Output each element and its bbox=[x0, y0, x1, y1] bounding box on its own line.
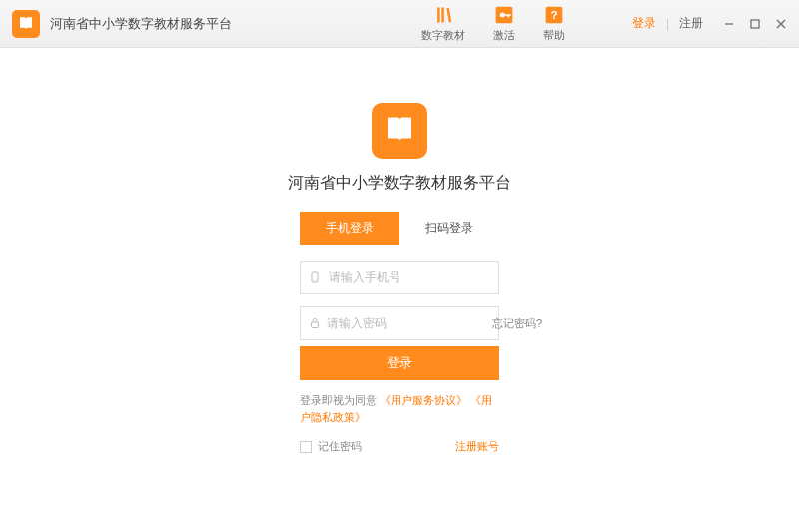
lock-icon bbox=[309, 317, 321, 329]
register-account-link[interactable]: 注册账号 bbox=[455, 439, 499, 454]
window-controls bbox=[723, 18, 787, 30]
login-tabs: 手机登录 扫码登录 bbox=[300, 212, 499, 245]
phone-input[interactable] bbox=[329, 270, 490, 284]
agreement-prefix: 登录即视为同意 bbox=[300, 394, 377, 406]
password-input-row: 忘记密码? bbox=[300, 306, 499, 340]
nav-help[interactable]: ? 帮助 bbox=[543, 4, 565, 43]
book-icon bbox=[17, 15, 35, 33]
divider: | bbox=[666, 17, 669, 31]
minimize-button[interactable] bbox=[723, 18, 735, 30]
main-title: 河南省中小学数字教材服务平台 bbox=[288, 173, 511, 194]
svg-point-6 bbox=[315, 280, 316, 281]
help-icon: ? bbox=[543, 4, 565, 26]
main-content: 河南省中小学数字教材服务平台 手机登录 扫码登录 忘记密码? 登录 登录即视为同… bbox=[0, 48, 799, 454]
remember-checkbox[interactable] bbox=[300, 441, 312, 453]
nav-textbook[interactable]: 数字教材 bbox=[421, 4, 465, 43]
bottom-row: 记住密码 注册账号 bbox=[300, 439, 499, 454]
titlebar-right: 登录 | 注册 bbox=[632, 15, 787, 32]
svg-text:?: ? bbox=[550, 8, 557, 21]
remember-password[interactable]: 记住密码 bbox=[300, 439, 362, 454]
tab-phone-login[interactable]: 手机登录 bbox=[300, 212, 400, 245]
login-button[interactable]: 登录 bbox=[300, 346, 499, 380]
nav-help-label: 帮助 bbox=[543, 28, 565, 43]
password-input[interactable] bbox=[327, 316, 476, 330]
phone-input-row bbox=[300, 261, 499, 294]
forgot-password-link[interactable]: 忘记密码? bbox=[492, 316, 542, 331]
book-icon bbox=[382, 113, 417, 149]
nav-activate[interactable]: 激活 bbox=[493, 4, 515, 43]
maximize-icon bbox=[750, 19, 760, 29]
svg-rect-4 bbox=[751, 20, 759, 28]
svg-point-1 bbox=[500, 13, 505, 18]
titlebar: 河南省中小学数字教材服务平台 数字教材 激活 ? 帮助 登录 | 注册 bbox=[0, 0, 799, 48]
minimize-icon bbox=[724, 19, 734, 29]
terms-link[interactable]: 《用户服务协议》 bbox=[380, 394, 467, 406]
register-link[interactable]: 注册 bbox=[679, 15, 703, 32]
app-title: 河南省中小学数字教材服务平台 bbox=[50, 15, 232, 33]
books-icon bbox=[432, 4, 454, 26]
svg-rect-7 bbox=[312, 322, 319, 328]
nav-activate-label: 激活 bbox=[493, 28, 515, 43]
tab-qr-login[interactable]: 扫码登录 bbox=[400, 212, 499, 245]
close-button[interactable] bbox=[775, 18, 787, 30]
phone-icon bbox=[309, 271, 323, 283]
nav-textbook-label: 数字教材 bbox=[421, 28, 465, 43]
key-icon bbox=[493, 4, 515, 26]
nav: 数字教材 激活 ? 帮助 bbox=[421, 4, 565, 43]
remember-label: 记住密码 bbox=[318, 439, 362, 454]
maximize-button[interactable] bbox=[749, 18, 761, 30]
main-logo bbox=[372, 103, 427, 159]
app-logo bbox=[12, 10, 40, 38]
login-link[interactable]: 登录 bbox=[632, 15, 656, 32]
login-form: 忘记密码? bbox=[300, 261, 499, 340]
agreement-text: 登录即视为同意 《用户服务协议》 《用户隐私政策》 bbox=[300, 392, 499, 425]
close-icon bbox=[776, 19, 786, 29]
